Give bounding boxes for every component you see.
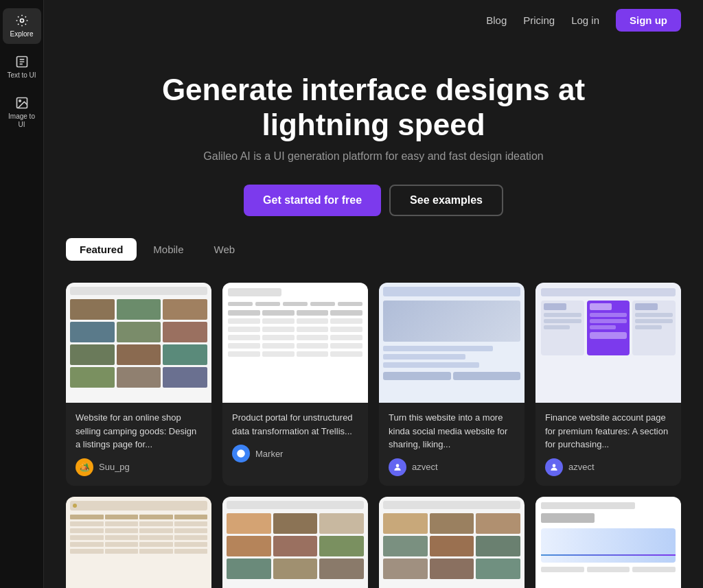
author-avatar-camping: 🏕️	[76, 458, 93, 476]
finance-plan-basic	[541, 301, 584, 355]
finance-mockup	[535, 283, 681, 403]
text-to-ui-label: Text to UI	[7, 71, 36, 80]
card-social-web-author: azvect	[389, 458, 515, 476]
camping-mockup	[66, 283, 211, 403]
trading-chart-line	[541, 554, 676, 556]
hero-title: Generate interface designs at lightning …	[133, 73, 614, 142]
web-mock-text-1	[383, 346, 493, 351]
mock-img-1	[70, 299, 115, 320]
see-examples-button[interactable]: See examples	[389, 185, 503, 216]
hero-section: Generate interface designs at lightning …	[44, 40, 703, 238]
web-mock-header	[383, 287, 520, 296]
saas-mock-table	[70, 515, 207, 554]
filter-tabs: Featured Mobile Web	[66, 238, 681, 261]
tabs-section: Featured Mobile Web	[44, 238, 703, 283]
svg-point-3	[19, 100, 20, 102]
explore-label: Explore	[10, 30, 34, 38]
sidebar-item-explore[interactable]: Explore	[3, 8, 41, 44]
card-social-web[interactable]: Turn this website into a more kinda soci…	[379, 283, 525, 486]
web-mock-banner	[383, 301, 520, 342]
card-camping[interactable]: Website for an online shop selling campi…	[66, 283, 211, 486]
web-mock-text-3	[383, 362, 479, 368]
card-product-portal[interactable]: Product portal for unstructured data tra…	[222, 283, 368, 486]
tab-mobile[interactable]: Mobile	[139, 238, 197, 261]
get-started-button[interactable]: Get started for free	[244, 185, 381, 216]
shop3-grid	[383, 513, 520, 579]
finance-plan-enterprise	[632, 301, 676, 355]
trading-mock-stats	[541, 567, 676, 572]
camping-mock-grid	[70, 299, 207, 388]
saas-dot	[73, 504, 77, 508]
trading-mock-title	[541, 502, 635, 509]
card-product-portal-author: Marker	[232, 445, 358, 462]
card-social-web-preview	[379, 283, 525, 403]
sidebar: Explore Text to UI Image to UI	[0, 0, 44, 588]
author-name-social: azvect	[412, 462, 438, 472]
saas-mockup	[66, 497, 211, 588]
author-name-finance: azvect	[568, 462, 595, 472]
table-mock-title	[228, 288, 281, 296]
card-product-portal-preview	[222, 283, 368, 403]
mock-img-9	[163, 344, 207, 365]
card-shop3[interactable]	[379, 497, 525, 588]
card-shop2[interactable]	[222, 497, 368, 588]
mock-header	[70, 287, 207, 295]
login-button[interactable]: Log in	[571, 14, 599, 26]
sidebar-item-text-to-ui[interactable]: Text to UI	[3, 49, 41, 85]
trading-mock-value	[541, 513, 595, 523]
table-mock-nav	[228, 302, 362, 306]
shop2-mockup	[222, 497, 368, 588]
card-trading-preview	[535, 497, 681, 588]
blog-link[interactable]: Blog	[486, 14, 507, 26]
card-saas-preview	[66, 497, 211, 588]
author-avatar-portal	[232, 445, 250, 462]
mock-img-2	[117, 299, 161, 320]
trading-mock-chart	[541, 528, 676, 563]
mock-img-12	[163, 367, 207, 388]
card-finance-body: Finance website account page for premium…	[535, 403, 681, 486]
signup-button[interactable]: Sign up	[616, 9, 681, 32]
shop2-grid	[227, 513, 364, 579]
card-finance[interactable]: Finance website account page for premium…	[535, 283, 681, 486]
card-finance-desc: Finance website account page for premium…	[545, 411, 671, 451]
card-camping-author: 🏕️ Suu_pg	[76, 458, 202, 476]
mock-img-3	[163, 299, 207, 320]
main-content: Blog Pricing Log in Sign up Generate int…	[44, 0, 703, 588]
shop3-mockup	[379, 497, 525, 588]
author-avatar-social	[389, 458, 406, 476]
mock-img-10	[70, 367, 115, 388]
mock-img-5	[117, 322, 161, 342]
sidebar-item-image-to-ui[interactable]: Image to UI	[3, 91, 41, 134]
table-row-4	[228, 343, 362, 349]
saas-row-4	[70, 542, 207, 547]
svg-point-4	[237, 449, 245, 458]
user-icon	[393, 462, 402, 472]
card-product-portal-desc: Product portal for unstructured data tra…	[232, 411, 358, 438]
web-mock-buttons	[383, 372, 520, 380]
author-name-camping: Suu_pg	[99, 462, 130, 472]
saas-row-2	[70, 528, 207, 533]
tab-web[interactable]: Web	[200, 238, 249, 261]
mock-img-11	[117, 367, 161, 388]
card-shop3-preview	[379, 497, 525, 588]
card-social-web-body: Turn this website into a more kinda soci…	[379, 403, 525, 486]
table-row-5	[228, 351, 362, 357]
user-icon-2	[549, 462, 559, 472]
tab-featured[interactable]: Featured	[66, 238, 137, 261]
svg-point-6	[553, 464, 556, 467]
text-to-ui-icon	[15, 55, 29, 69]
finance-plan-premium	[587, 301, 630, 355]
card-camping-body: Website for an online shop selling campi…	[66, 403, 211, 486]
table-mock-rows	[228, 310, 362, 357]
card-trading[interactable]	[535, 497, 681, 588]
card-camping-desc: Website for an online shop selling campi…	[76, 411, 202, 451]
author-avatar-finance	[545, 458, 563, 476]
card-camping-preview	[66, 283, 211, 403]
card-saas[interactable]: Rent-to-own SaaS marketplace for single …	[66, 497, 211, 588]
table-row-header	[228, 310, 362, 316]
pricing-link[interactable]: Pricing	[523, 14, 555, 26]
table-row-3	[228, 335, 362, 340]
mock-img-6	[163, 322, 207, 342]
image-to-ui-label: Image to UI	[5, 113, 38, 129]
finance-mock-pricing	[541, 301, 676, 355]
